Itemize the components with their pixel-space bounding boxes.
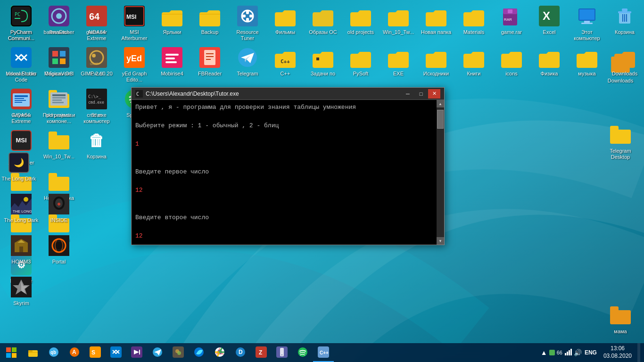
svg-rect-13 (237, 6, 258, 26)
taskbar-icon-avast[interactable]: A (64, 343, 85, 362)
svg-rect-65 (52, 94, 66, 96)
show-desktop-button[interactable] (637, 343, 640, 362)
svg-point-75 (24, 197, 28, 202)
close-button[interactable]: ✕ (428, 89, 440, 99)
taskbar-icon-phone[interactable] (272, 343, 292, 362)
svg-rect-16 (246, 18, 249, 22)
scrollbar-track[interactable] (437, 107, 444, 237)
icon-backup[interactable]: Backup (191, 2, 229, 44)
svg-rect-17 (242, 15, 246, 17)
icon-cmd[interactable]: C:\>_ cmd.exe cmd.exe (78, 85, 116, 127)
icon-materials[interactable]: Materials (455, 2, 493, 44)
console-content[interactable]: Привет , я - программа для проверки знан… (132, 100, 437, 245)
windows-logo-icon (6, 347, 17, 358)
icon-icons-folder[interactable]: icons (493, 44, 530, 85)
taskbar-icon-dash[interactable]: D (230, 343, 251, 362)
icon-balena[interactable]: balenaEtcher (40, 2, 78, 44)
tray-volume[interactable]: 🔊 (574, 349, 582, 356)
icon-obrazy[interactable]: Образы ОС (304, 2, 342, 44)
icon-fizika[interactable]: Физика (530, 44, 568, 85)
tray-battery[interactable]: 66 (557, 350, 562, 355)
console-scrollbar[interactable]: ▲ ▼ (437, 100, 444, 245)
icon-slujby[interactable]: Службы (2, 85, 40, 127)
icon-aida64[interactable]: 64 AIDA64 Extreme (78, 2, 116, 44)
desktop-icon-win10tw[interactable]: Win_10_Tw... (40, 127, 78, 168)
desktop-icon-telegram-desktop-label: Telegram Desktop (603, 148, 638, 160)
icon-etot-komputer[interactable]: Этот компьютер (568, 2, 606, 44)
desktop-icon-mama[interactable]: мама (602, 302, 639, 343)
taskbar-icon-explorer[interactable] (23, 343, 43, 362)
maximize-button[interactable]: □ (415, 89, 427, 99)
icon-skyrim[interactable]: Skyrim (2, 273, 40, 315)
scrollbar-up-button[interactable]: ▲ (437, 100, 444, 107)
icon-magica[interactable]: MagicaVoxel (40, 44, 78, 85)
icon-fbreader[interactable]: FBReader (191, 44, 229, 85)
start-button[interactable] (0, 343, 23, 362)
icon-yed[interactable]: yEd yEd Graph Edito... (116, 44, 153, 85)
taskbar-icon-media[interactable] (126, 343, 147, 362)
taskbar-icon-sublime[interactable]: S (85, 343, 106, 362)
taskbar-icon-cpp-ide[interactable]: C++ (313, 343, 334, 362)
tray-network[interactable] (564, 348, 572, 357)
icon-korzina[interactable]: Корзина (606, 2, 644, 44)
icon-vscode[interactable]: Visual Studio Code (2, 44, 40, 85)
icon-muzika[interactable]: музыка (568, 44, 606, 85)
icon-programmy[interactable]: Программы и компоне... (40, 85, 78, 127)
icon-filmy[interactable]: Фильмы (266, 2, 304, 44)
svg-text:C:\>_: C:\>_ (88, 94, 101, 99)
language-indicator[interactable]: ENG (584, 349, 598, 356)
icon-downloads[interactable]: Downloads (606, 44, 644, 85)
system-clock[interactable]: 13:06 03.08.2020 (600, 345, 636, 360)
icon-yarlyki[interactable]: Ярлыки (153, 2, 191, 44)
svg-rect-82 (19, 247, 23, 252)
icon-the-long-dark[interactable]: THE LONG DARK The Long Dark (2, 190, 40, 232)
icon-pysoft[interactable]: PySoft (342, 44, 380, 85)
icon-cpp[interactable]: C++ C++ (266, 44, 304, 85)
icon-pycharm[interactable]: PC PyCharm Communi... (2, 2, 40, 44)
desktop-icon-telegram-desktop[interactable]: Telegram Desktop (602, 121, 639, 163)
icon-game-rar[interactable]: RAR game.rar (493, 2, 530, 44)
clock-time: 13:06 (611, 345, 625, 353)
svg-rect-99 (110, 346, 122, 358)
tray-show-hidden[interactable]: ▲ (541, 349, 547, 356)
svg-rect-49 (165, 58, 175, 59)
icon-gimp[interactable]: GIMP GIMP 2.10.20 (78, 44, 116, 85)
taskbar-icon-vscode[interactable] (106, 343, 126, 362)
taskbar-icon-zeal[interactable]: Z (251, 343, 272, 362)
scrollbar-thumb[interactable] (437, 110, 444, 129)
scrollbar-down-button[interactable]: ▼ (437, 237, 444, 245)
svg-rect-61 (15, 98, 24, 99)
icon-mobirise[interactable]: Mobirise4 (153, 44, 191, 85)
icon-novaya[interactable]: Новая папка (417, 2, 455, 44)
taskbar-icon-gimp[interactable] (168, 343, 189, 362)
icon-inside[interactable]: INSIDE (40, 190, 78, 232)
svg-rect-62 (15, 100, 26, 101)
svg-rect-31 (622, 8, 627, 11)
svg-text:X: X (543, 9, 550, 22)
taskbar-icon-edge[interactable] (189, 343, 209, 362)
icon-telegram[interactable]: Telegram (229, 44, 266, 85)
svg-text:PC: PC (15, 12, 20, 17)
desktop-icon-korzina[interactable]: 🗑 Корзина (78, 127, 116, 168)
icon-old-projects[interactable]: old projects (342, 2, 380, 44)
icon-zadachi[interactable]: Задачи по (304, 44, 342, 85)
icon-exe[interactable]: EXE (380, 44, 417, 85)
icon-excel[interactable]: X Excel (530, 2, 568, 44)
taskbar-icon-qbittorrent[interactable]: qb (43, 343, 64, 362)
svg-rect-26 (579, 9, 594, 20)
taskbar: qb A S (0, 343, 644, 362)
taskbar-icon-spotify[interactable] (292, 343, 313, 362)
icon-ishodniki[interactable]: Исходники (417, 44, 455, 85)
icon-knigi[interactable]: Книги (455, 44, 493, 85)
console-body: Привет , я - программа для проверки знан… (132, 100, 444, 245)
console-line-2: Выберите режим : 1 - обычный , 2 - блиц (135, 121, 433, 131)
minimize-button[interactable]: ─ (402, 89, 414, 99)
icon-portal[interactable]: Portal (40, 232, 78, 273)
icon-resource-tuner[interactable]: Resource Tuner (229, 2, 266, 44)
icon-win10tw[interactable]: Win_10_Tw... (380, 2, 417, 44)
icon-msi[interactable]: MSI MSI Afterburner (116, 2, 153, 44)
desktop-icon-the-long-dark[interactable]: 🌙 The Long Dark (0, 149, 38, 190)
icon-homm3[interactable]: HOMM3 (2, 232, 40, 273)
taskbar-icon-chrome[interactable] (209, 343, 230, 362)
taskbar-icon-telegram[interactable] (147, 343, 168, 362)
